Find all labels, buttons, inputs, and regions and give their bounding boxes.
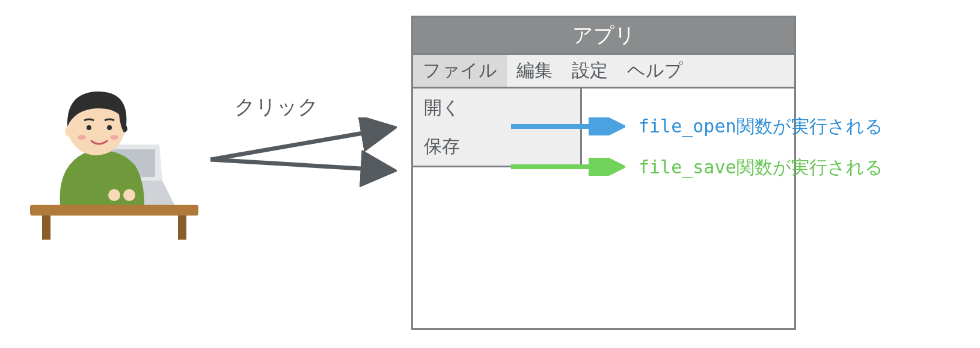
svg-point-12 xyxy=(78,135,86,140)
app-titlebar: アプリ xyxy=(413,17,794,55)
svg-point-10 xyxy=(87,125,91,130)
arrow-save-callout xyxy=(511,158,625,176)
svg-point-7 xyxy=(123,189,135,201)
menu-item-help[interactable]: ヘルプ xyxy=(617,55,693,87)
svg-line-14 xyxy=(210,128,391,160)
user-at-laptop-illustration xyxy=(24,60,204,241)
click-arrows xyxy=(210,117,397,202)
svg-point-11 xyxy=(107,125,112,130)
svg-point-13 xyxy=(110,135,118,140)
svg-point-9 xyxy=(65,125,77,137)
arrow-open-callout xyxy=(511,117,625,135)
svg-point-6 xyxy=(108,189,120,201)
svg-rect-2 xyxy=(178,216,186,240)
app-title: アプリ xyxy=(572,22,635,49)
menu-item-settings[interactable]: 設定 xyxy=(562,55,617,87)
callout-save-text: file_save関数が実行される xyxy=(639,155,883,180)
svg-line-15 xyxy=(210,160,391,170)
app-menubar: ファイル 編集 設定 ヘルプ xyxy=(413,55,794,89)
svg-rect-0 xyxy=(30,205,198,216)
callout-open-text: file_open関数が実行される xyxy=(639,114,883,139)
menu-item-file[interactable]: ファイル xyxy=(413,55,507,87)
svg-rect-1 xyxy=(42,216,51,240)
menu-item-edit[interactable]: 編集 xyxy=(507,55,562,87)
